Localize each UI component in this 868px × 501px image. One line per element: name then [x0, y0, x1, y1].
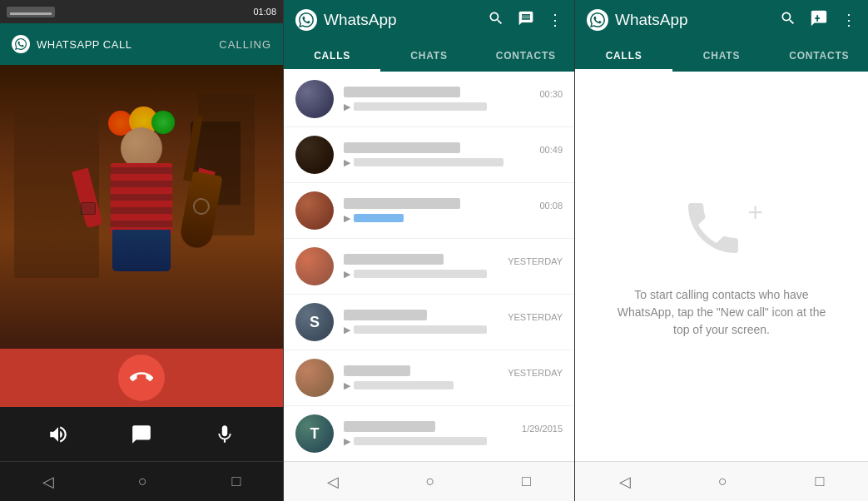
call-duration-blurred: [354, 381, 454, 389]
avatar: [295, 80, 334, 118]
contact-name-blurred: [344, 87, 460, 97]
tab-contacts-2[interactable]: CONTACTS: [478, 40, 574, 72]
phone-plus-illustration: +: [680, 195, 763, 270]
status-bar-left: ▬▬▬▬▬: [7, 7, 55, 17]
call-sub-row: ▶: [344, 213, 563, 224]
recent-nav-button-3[interactable]: □: [798, 466, 841, 497]
call-time: 1/29/2015: [522, 424, 563, 434]
header-icons-2: ⋮: [488, 10, 563, 31]
call-duration-blurred: [354, 270, 487, 278]
call-info: YESTERDAY ▶: [344, 254, 563, 280]
app-title-3: WhatsApp: [615, 11, 688, 29]
mute-button[interactable]: [208, 418, 241, 451]
call-time: 00:08: [539, 201, 563, 211]
list-item[interactable]: 00:08 ▶: [284, 183, 574, 239]
tab-chats-3[interactable]: CHATS: [672, 40, 770, 72]
call-duration-blurred: [354, 437, 487, 445]
message-button[interactable]: [125, 418, 158, 451]
speaker-button[interactable]: [42, 418, 75, 451]
empty-state-message: To start calling contacts who have Whats…: [613, 286, 830, 339]
tab-contacts-3[interactable]: CONTACTS: [771, 40, 868, 72]
recent-nav-button-2[interactable]: □: [505, 466, 548, 497]
tab-calls-3[interactable]: CALLS: [575, 40, 672, 72]
navigation-bar-2: ◁ ○ □: [284, 461, 574, 501]
contact-name-blurred: [344, 421, 435, 432]
call-name-row: 00:30: [344, 87, 563, 99]
contact-name-blurred: [344, 254, 444, 265]
search-svg-3: [780, 10, 796, 27]
call-actions-bar: [0, 407, 283, 461]
new-call-icon[interactable]: [518, 10, 534, 31]
call-time: YESTERDAY: [508, 368, 563, 378]
call-label: WHATSAPP CALL: [37, 38, 131, 51]
calls-list: 00:30 ▶ 00:49 ▶: [284, 72, 574, 461]
status-icons: 01:08: [253, 7, 276, 17]
time-display: 01:08: [253, 7, 276, 17]
end-call-button[interactable]: [118, 355, 165, 401]
avatar: T: [295, 414, 334, 453]
phone-end-icon: [130, 366, 153, 389]
carrier-label: ▬▬▬▬▬: [7, 7, 55, 17]
whatsapp-logo-3: [587, 9, 608, 31]
call-sub-row: ▶: [344, 436, 563, 447]
back-nav-button-2[interactable]: ◁: [310, 466, 355, 498]
home-nav-button-2[interactable]: ○: [409, 466, 452, 497]
end-call-bar[interactable]: [0, 349, 283, 407]
call-name-row: YESTERDAY: [344, 365, 563, 378]
list-item[interactable]: YESTERDAY ▶: [284, 239, 574, 295]
list-item[interactable]: YESTERDAY ▶: [284, 350, 574, 406]
list-item[interactable]: 00:30 ▶: [284, 72, 574, 127]
call-time: 00:49: [539, 145, 563, 155]
list-item[interactable]: T 1/29/2015 ▶: [284, 406, 574, 461]
call-sub-row: ▶: [344, 102, 563, 112]
more-options-icon-3[interactable]: ⋮: [841, 11, 856, 29]
call-info: 00:49 ▶: [344, 142, 563, 168]
mute-icon: [214, 424, 236, 445]
back-nav-button-3[interactable]: ◁: [603, 466, 647, 498]
call-duration-blurred: [354, 158, 503, 166]
call-info: 00:08 ▶: [344, 198, 563, 224]
contact-name-blurred: [344, 142, 460, 153]
search-icon-3[interactable]: [780, 10, 796, 31]
tab-chats-2[interactable]: CHATS: [380, 40, 477, 72]
call-time: YESTERDAY: [508, 256, 563, 266]
photo-overlay: [0, 65, 283, 349]
call-duration-blurred: [354, 325, 487, 334]
avatar-letter: S: [295, 303, 334, 341]
plus-icon: +: [747, 199, 763, 226]
call-sub-row: ▶: [344, 157, 563, 168]
empty-calls-content: + To start calling contacts who have Wha…: [575, 72, 868, 461]
status-bar: ▬▬▬▬▬ 01:08: [0, 0, 283, 23]
call-name-row: 00:08: [344, 198, 563, 211]
call-info: YESTERDAY ▶: [344, 310, 563, 335]
call-info: 00:30 ▶: [344, 87, 563, 112]
tab-calls-2[interactable]: CALLS: [284, 40, 380, 72]
speaker-icon: [47, 424, 69, 445]
home-nav-button-3[interactable]: ○: [702, 466, 744, 497]
call-info: YESTERDAY ▶: [344, 365, 563, 391]
avatar: [295, 136, 334, 174]
back-nav-button[interactable]: ◁: [26, 466, 71, 498]
new-call-icon-3[interactable]: [810, 9, 828, 32]
search-icon-2[interactable]: [488, 10, 504, 31]
phone-icon-large: [680, 195, 746, 261]
call-duration-blurred: [354, 102, 487, 111]
calls-empty-panel: WhatsApp ⋮ CALLS CHATS CONTAC: [574, 0, 868, 501]
message-icon: [131, 424, 152, 445]
whatsapp-header-3: WhatsApp ⋮: [575, 0, 868, 40]
whatsapp-logo-svg: [299, 12, 314, 27]
contact-name-blurred: [344, 198, 460, 209]
call-direction-icon: ▶: [344, 102, 350, 112]
whatsapp-logo: [12, 35, 30, 53]
recent-nav-button[interactable]: □: [215, 466, 257, 497]
call-direction-icon: ▶: [344, 157, 350, 168]
call-sub-row: ▶: [344, 380, 563, 391]
avatar: [295, 359, 334, 397]
list-item[interactable]: S YESTERDAY ▶: [284, 295, 574, 350]
more-options-icon-2[interactable]: ⋮: [548, 11, 563, 29]
home-nav-button[interactable]: ○: [122, 466, 164, 497]
whatsapp-logo-2: [295, 9, 317, 31]
list-item[interactable]: 00:49 ▶: [284, 127, 574, 183]
header-left-3: WhatsApp: [587, 9, 688, 31]
contact-name-blurred: [344, 310, 427, 320]
